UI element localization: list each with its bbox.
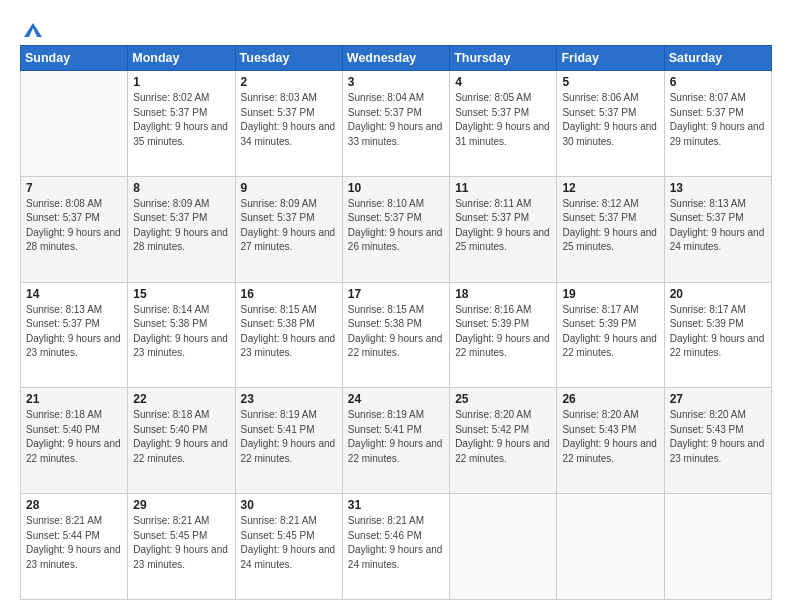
column-header-sunday: Sunday <box>21 46 128 71</box>
calendar-day-cell: 18Sunrise: 8:16 AMSunset: 5:39 PMDayligh… <box>450 282 557 388</box>
day-number: 23 <box>241 392 337 406</box>
calendar-day-cell: 28Sunrise: 8:21 AMSunset: 5:44 PMDayligh… <box>21 494 128 600</box>
calendar-day-cell: 12Sunrise: 8:12 AMSunset: 5:37 PMDayligh… <box>557 176 664 282</box>
day-number: 17 <box>348 287 444 301</box>
day-number: 15 <box>133 287 229 301</box>
calendar-day-cell <box>21 71 128 177</box>
calendar-day-cell: 7Sunrise: 8:08 AMSunset: 5:37 PMDaylight… <box>21 176 128 282</box>
calendar-day-cell: 5Sunrise: 8:06 AMSunset: 5:37 PMDaylight… <box>557 71 664 177</box>
day-number: 6 <box>670 75 766 89</box>
column-header-saturday: Saturday <box>664 46 771 71</box>
day-number: 28 <box>26 498 122 512</box>
day-number: 22 <box>133 392 229 406</box>
calendar-day-cell: 6Sunrise: 8:07 AMSunset: 5:37 PMDaylight… <box>664 71 771 177</box>
day-info: Sunrise: 8:17 AMSunset: 5:39 PMDaylight:… <box>670 303 766 361</box>
day-info: Sunrise: 8:10 AMSunset: 5:37 PMDaylight:… <box>348 197 444 255</box>
day-info: Sunrise: 8:19 AMSunset: 5:41 PMDaylight:… <box>241 408 337 466</box>
calendar-week-row: 1Sunrise: 8:02 AMSunset: 5:37 PMDaylight… <box>21 71 772 177</box>
day-info: Sunrise: 8:19 AMSunset: 5:41 PMDaylight:… <box>348 408 444 466</box>
calendar-day-cell: 11Sunrise: 8:11 AMSunset: 5:37 PMDayligh… <box>450 176 557 282</box>
day-number: 5 <box>562 75 658 89</box>
logo-icon <box>24 23 42 37</box>
day-number: 2 <box>241 75 337 89</box>
calendar-day-cell: 19Sunrise: 8:17 AMSunset: 5:39 PMDayligh… <box>557 282 664 388</box>
calendar-day-cell <box>450 494 557 600</box>
day-number: 14 <box>26 287 122 301</box>
calendar-day-cell: 26Sunrise: 8:20 AMSunset: 5:43 PMDayligh… <box>557 388 664 494</box>
day-info: Sunrise: 8:21 AMSunset: 5:45 PMDaylight:… <box>241 514 337 572</box>
day-info: Sunrise: 8:11 AMSunset: 5:37 PMDaylight:… <box>455 197 551 255</box>
day-number: 29 <box>133 498 229 512</box>
calendar-week-row: 7Sunrise: 8:08 AMSunset: 5:37 PMDaylight… <box>21 176 772 282</box>
day-info: Sunrise: 8:09 AMSunset: 5:37 PMDaylight:… <box>241 197 337 255</box>
calendar-day-cell: 2Sunrise: 8:03 AMSunset: 5:37 PMDaylight… <box>235 71 342 177</box>
day-info: Sunrise: 8:08 AMSunset: 5:37 PMDaylight:… <box>26 197 122 255</box>
day-number: 31 <box>348 498 444 512</box>
day-number: 7 <box>26 181 122 195</box>
day-number: 20 <box>670 287 766 301</box>
calendar-day-cell: 17Sunrise: 8:15 AMSunset: 5:38 PMDayligh… <box>342 282 449 388</box>
day-info: Sunrise: 8:03 AMSunset: 5:37 PMDaylight:… <box>241 91 337 149</box>
day-info: Sunrise: 8:21 AMSunset: 5:45 PMDaylight:… <box>133 514 229 572</box>
column-header-monday: Monday <box>128 46 235 71</box>
day-number: 9 <box>241 181 337 195</box>
page: SundayMondayTuesdayWednesdayThursdayFrid… <box>0 0 792 612</box>
day-info: Sunrise: 8:13 AMSunset: 5:37 PMDaylight:… <box>670 197 766 255</box>
day-info: Sunrise: 8:15 AMSunset: 5:38 PMDaylight:… <box>241 303 337 361</box>
column-header-wednesday: Wednesday <box>342 46 449 71</box>
calendar-day-cell: 31Sunrise: 8:21 AMSunset: 5:46 PMDayligh… <box>342 494 449 600</box>
calendar-day-cell: 9Sunrise: 8:09 AMSunset: 5:37 PMDaylight… <box>235 176 342 282</box>
calendar-week-row: 28Sunrise: 8:21 AMSunset: 5:44 PMDayligh… <box>21 494 772 600</box>
calendar-day-cell: 8Sunrise: 8:09 AMSunset: 5:37 PMDaylight… <box>128 176 235 282</box>
day-number: 27 <box>670 392 766 406</box>
day-info: Sunrise: 8:07 AMSunset: 5:37 PMDaylight:… <box>670 91 766 149</box>
calendar-header: SundayMondayTuesdayWednesdayThursdayFrid… <box>21 46 772 71</box>
header-row: SundayMondayTuesdayWednesdayThursdayFrid… <box>21 46 772 71</box>
calendar-body: 1Sunrise: 8:02 AMSunset: 5:37 PMDaylight… <box>21 71 772 600</box>
calendar-day-cell: 4Sunrise: 8:05 AMSunset: 5:37 PMDaylight… <box>450 71 557 177</box>
day-info: Sunrise: 8:16 AMSunset: 5:39 PMDaylight:… <box>455 303 551 361</box>
calendar-day-cell: 24Sunrise: 8:19 AMSunset: 5:41 PMDayligh… <box>342 388 449 494</box>
calendar-day-cell: 14Sunrise: 8:13 AMSunset: 5:37 PMDayligh… <box>21 282 128 388</box>
day-number: 13 <box>670 181 766 195</box>
day-number: 21 <box>26 392 122 406</box>
calendar-day-cell: 30Sunrise: 8:21 AMSunset: 5:45 PMDayligh… <box>235 494 342 600</box>
day-number: 25 <box>455 392 551 406</box>
calendar-day-cell: 10Sunrise: 8:10 AMSunset: 5:37 PMDayligh… <box>342 176 449 282</box>
day-info: Sunrise: 8:21 AMSunset: 5:44 PMDaylight:… <box>26 514 122 572</box>
day-info: Sunrise: 8:17 AMSunset: 5:39 PMDaylight:… <box>562 303 658 361</box>
column-header-thursday: Thursday <box>450 46 557 71</box>
calendar-day-cell: 22Sunrise: 8:18 AMSunset: 5:40 PMDayligh… <box>128 388 235 494</box>
calendar-day-cell <box>557 494 664 600</box>
day-info: Sunrise: 8:15 AMSunset: 5:38 PMDaylight:… <box>348 303 444 361</box>
calendar-day-cell: 16Sunrise: 8:15 AMSunset: 5:38 PMDayligh… <box>235 282 342 388</box>
calendar-day-cell: 23Sunrise: 8:19 AMSunset: 5:41 PMDayligh… <box>235 388 342 494</box>
day-info: Sunrise: 8:20 AMSunset: 5:43 PMDaylight:… <box>562 408 658 466</box>
day-info: Sunrise: 8:05 AMSunset: 5:37 PMDaylight:… <box>455 91 551 149</box>
day-info: Sunrise: 8:20 AMSunset: 5:42 PMDaylight:… <box>455 408 551 466</box>
day-number: 1 <box>133 75 229 89</box>
calendar-week-row: 14Sunrise: 8:13 AMSunset: 5:37 PMDayligh… <box>21 282 772 388</box>
calendar-day-cell: 21Sunrise: 8:18 AMSunset: 5:40 PMDayligh… <box>21 388 128 494</box>
column-header-friday: Friday <box>557 46 664 71</box>
day-info: Sunrise: 8:04 AMSunset: 5:37 PMDaylight:… <box>348 91 444 149</box>
day-info: Sunrise: 8:02 AMSunset: 5:37 PMDaylight:… <box>133 91 229 149</box>
calendar-day-cell: 13Sunrise: 8:13 AMSunset: 5:37 PMDayligh… <box>664 176 771 282</box>
calendar-day-cell: 29Sunrise: 8:21 AMSunset: 5:45 PMDayligh… <box>128 494 235 600</box>
day-number: 12 <box>562 181 658 195</box>
day-info: Sunrise: 8:09 AMSunset: 5:37 PMDaylight:… <box>133 197 229 255</box>
calendar-day-cell: 15Sunrise: 8:14 AMSunset: 5:38 PMDayligh… <box>128 282 235 388</box>
day-info: Sunrise: 8:06 AMSunset: 5:37 PMDaylight:… <box>562 91 658 149</box>
calendar-day-cell: 3Sunrise: 8:04 AMSunset: 5:37 PMDaylight… <box>342 71 449 177</box>
day-number: 16 <box>241 287 337 301</box>
calendar-day-cell: 20Sunrise: 8:17 AMSunset: 5:39 PMDayligh… <box>664 282 771 388</box>
day-info: Sunrise: 8:18 AMSunset: 5:40 PMDaylight:… <box>133 408 229 466</box>
day-number: 18 <box>455 287 551 301</box>
calendar-day-cell: 27Sunrise: 8:20 AMSunset: 5:43 PMDayligh… <box>664 388 771 494</box>
day-info: Sunrise: 8:21 AMSunset: 5:46 PMDaylight:… <box>348 514 444 572</box>
day-number: 26 <box>562 392 658 406</box>
day-info: Sunrise: 8:14 AMSunset: 5:38 PMDaylight:… <box>133 303 229 361</box>
day-info: Sunrise: 8:18 AMSunset: 5:40 PMDaylight:… <box>26 408 122 466</box>
day-info: Sunrise: 8:13 AMSunset: 5:37 PMDaylight:… <box>26 303 122 361</box>
logo <box>20 22 42 37</box>
